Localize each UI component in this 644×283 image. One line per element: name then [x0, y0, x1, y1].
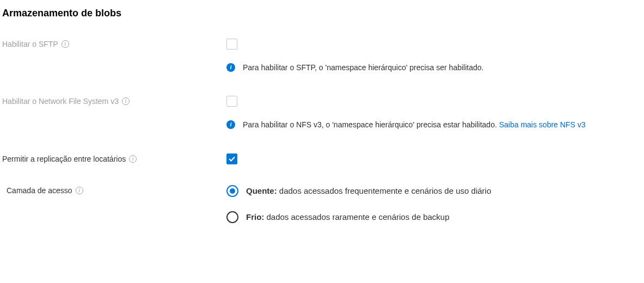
label-sftp-text: Habilitar o SFTP [2, 40, 58, 48]
hint-sftp-text: Para habilitar o SFTP, o 'namespace hier… [243, 62, 483, 73]
info-icon[interactable]: i [129, 155, 137, 163]
checkbox-sftp [226, 39, 237, 50]
checkbox-cross-tenant[interactable] [226, 153, 237, 164]
label-nfs: Habilitar o Network File System v3 i [0, 96, 226, 106]
radio-option-hot[interactable]: Quente: dados acessados frequentemente e… [226, 185, 644, 197]
field-row-nfs: Habilitar o Network File System v3 i i P… [0, 96, 644, 147]
radio-cool[interactable] [226, 211, 238, 223]
label-cross-tenant: Permitir a replicação entre locatários i [0, 153, 226, 163]
label-access-tier: Camada de acesso i [0, 185, 226, 195]
field-row-cross-tenant: Permitir a replicação entre locatários i [0, 153, 644, 164]
field-row-sftp: Habilitar o SFTP i i Para habilitar o SF… [0, 39, 644, 90]
info-filled-icon: i [226, 63, 235, 72]
radio-cool-label: Frio: dados acessados raramente e cenári… [246, 212, 450, 222]
radio-option-cool[interactable]: Frio: dados acessados raramente e cenári… [226, 211, 644, 223]
hint-nfs: i Para habilitar o NFS v3, o 'namespace … [226, 119, 618, 130]
info-icon[interactable]: i [122, 97, 130, 105]
info-filled-icon: i [226, 120, 235, 129]
section-title: Armazenamento de blobs [2, 8, 644, 19]
hint-sftp: i Para habilitar o SFTP, o 'namespace hi… [226, 62, 618, 73]
label-cross-tenant-text: Permitir a replicação entre locatários [2, 155, 126, 163]
link-nfs-learn-more[interactable]: Saiba mais sobre NFS v3 [499, 120, 586, 129]
label-access-tier-text: Camada de acesso [7, 186, 72, 195]
info-icon[interactable]: i [76, 187, 83, 194]
checkbox-nfs [226, 96, 237, 107]
radio-hot[interactable] [226, 185, 238, 197]
radio-hot-label: Quente: dados acessados frequentemente e… [246, 186, 491, 195]
label-nfs-text: Habilitar o Network File System v3 [2, 97, 119, 106]
info-icon[interactable]: i [62, 40, 69, 48]
label-sftp: Habilitar o SFTP i [0, 39, 226, 48]
field-row-access-tier: Camada de acesso i Quente: dados acessad… [0, 185, 644, 237]
hint-nfs-text: Para habilitar o NFS v3, o 'namespace hi… [243, 120, 499, 129]
